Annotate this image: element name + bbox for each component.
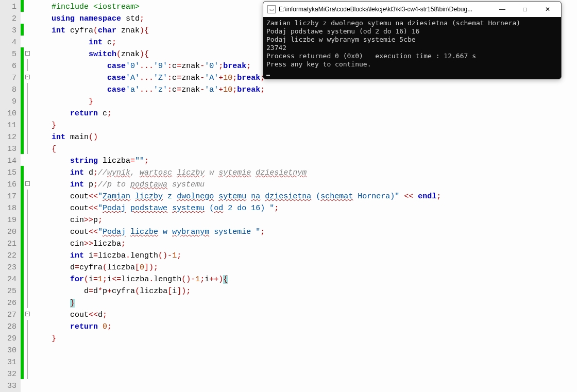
code-token: "" — [135, 157, 144, 165]
code-token: ) — [140, 50, 144, 59]
line-number: 22 — [2, 250, 16, 262]
code-line[interactable]: string liczba=""; — [33, 155, 441, 167]
code-token — [413, 192, 418, 201]
code-token: c — [172, 62, 177, 71]
code-line[interactable]: cout<<d; — [33, 309, 441, 321]
code-line[interactable]: } — [33, 333, 441, 345]
code-token: dwolnego — [177, 192, 214, 201]
code-line[interactable]: int p;//p to podstawa systemu — [33, 179, 441, 191]
code-token: main — [65, 133, 89, 142]
fold-toggle-icon[interactable]: - — [25, 51, 30, 56]
code-token: wybranym — [172, 228, 209, 236]
code-line[interactable]: d=cyfra(liczba[0]); — [33, 262, 441, 274]
code-token: 'A' — [205, 74, 218, 82]
code-token: systemu — [167, 180, 205, 189]
code-token: cyfra — [65, 26, 93, 35]
code-token: w — [158, 228, 172, 236]
fold-cell[interactable]: - — [24, 178, 31, 190]
code-line[interactable]: cout<<"Podaj liczbe w wybranym systemie … — [33, 226, 441, 238]
code-token: 0 — [140, 263, 144, 272]
console-titlebar[interactable]: ▭ E:\informatykaMiGra\codeBlocks\lekcje\… — [263, 2, 561, 17]
minimize-button[interactable]: — — [491, 2, 514, 16]
code-token: ; — [274, 204, 279, 213]
code-token: c — [98, 109, 107, 118]
code-line[interactable]: { — [33, 143, 441, 155]
code-token: d — [98, 311, 103, 319]
code-line[interactable]: return 0; — [33, 321, 441, 333]
code-token: liczba — [98, 251, 126, 260]
code-line[interactable]: int i=liczba.length()-1; — [33, 250, 441, 262]
code-token: { — [52, 145, 56, 154]
code-token — [172, 168, 177, 177]
code-line[interactable]: int d;//wynik, wartosc liczby w sytemie … — [33, 167, 441, 179]
code-token: liczba — [93, 240, 121, 248]
line-number: 32 — [2, 368, 16, 380]
fold-cell[interactable]: - — [24, 308, 31, 320]
fold-toggle-icon[interactable]: - — [25, 312, 30, 316]
console-window[interactable]: ▭ E:\informatykaMiGra\codeBlocks\lekcje\… — [263, 1, 562, 79]
code-token: ... — [140, 62, 154, 71]
code-line[interactable]: cin>>p; — [33, 214, 441, 226]
line-number: 11 — [2, 120, 16, 131]
code-line[interactable]: cin>>liczba; — [33, 238, 441, 250]
fold-cell — [24, 379, 31, 391]
fold-toggle-icon[interactable]: - — [25, 75, 30, 79]
code-token — [33, 50, 89, 59]
code-token: return — [70, 109, 98, 118]
code-token: << — [89, 228, 98, 236]
code-token: [ — [135, 263, 140, 272]
maximize-button[interactable]: □ — [514, 2, 536, 16]
fold-cell — [24, 12, 31, 24]
code-token: 'A' — [126, 74, 140, 82]
fold-line-icon — [27, 83, 28, 95]
code-line[interactable]: for(i=1;i<=liczba.length()-1;i++){ — [33, 274, 441, 285]
code-token — [33, 14, 52, 23]
fold-cell — [24, 237, 31, 249]
code-token: liczby — [177, 168, 205, 177]
code-line[interactable]: cout<<"Podaj podstawe systemu (od 2 do 1… — [33, 202, 441, 214]
fold-line-icon — [27, 142, 28, 154]
fold-toggle-icon[interactable]: - — [25, 181, 30, 186]
code-token: + — [218, 74, 223, 82]
fold-line-icon — [27, 320, 28, 332]
code-token: <= — [112, 275, 121, 284]
code-token — [33, 38, 89, 47]
code-token — [33, 3, 52, 11]
fold-column[interactable]: ---- — [24, 0, 31, 392]
code-line[interactable]: return c; — [33, 108, 441, 120]
code-token: '0' — [205, 62, 218, 71]
code-line[interactable]: d=d*p+cyfra(liczba[i]); — [33, 285, 441, 297]
code-token: [ — [167, 287, 172, 296]
fold-line-icon — [27, 284, 28, 296]
line-number: 27 — [2, 309, 16, 321]
code-token: 0 — [103, 322, 107, 331]
code-token: cout — [70, 228, 89, 236]
code-token: d — [84, 168, 93, 177]
code-token: podstawe — [130, 204, 167, 213]
close-button[interactable]: ✕ — [536, 2, 559, 16]
code-token: systemu — [172, 204, 205, 213]
code-line[interactable]: case'a'...'z':c=znak-'a'+10;break; — [33, 84, 441, 96]
code-line[interactable]: } — [33, 297, 441, 309]
code-token: = — [89, 287, 93, 296]
code-token: for — [70, 275, 84, 284]
code-line[interactable]: } — [33, 120, 441, 131]
line-number: 6 — [2, 60, 16, 72]
code-token: Zamian — [103, 192, 130, 201]
code-token: 'z' — [154, 86, 167, 94]
code-token: = — [93, 251, 98, 260]
code-token: ( — [116, 50, 121, 59]
fold-cell[interactable]: - — [24, 47, 31, 59]
code-token: d — [93, 287, 98, 296]
line-number: 17 — [2, 191, 16, 202]
fold-cell — [24, 284, 31, 296]
code-token — [126, 204, 130, 213]
code-token: ( — [205, 204, 214, 213]
fold-cell[interactable]: - — [24, 71, 31, 83]
code-token: >> — [84, 216, 93, 225]
code-token: ( — [311, 192, 320, 201]
code-line[interactable]: cout<<"Zamian liczby z dwolnego sytemu n… — [33, 191, 441, 202]
code-token: - — [200, 62, 205, 71]
code-line[interactable]: int main() — [33, 131, 441, 143]
code-line[interactable]: } — [33, 96, 441, 108]
